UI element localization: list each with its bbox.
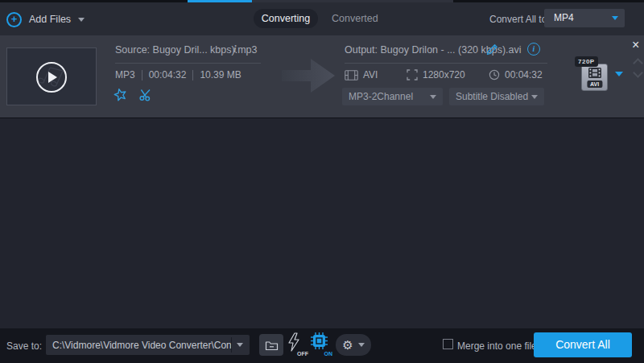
chevron-down-icon — [358, 343, 365, 347]
source-meta: MP3 00:04:32 10.39 MB — [115, 69, 242, 80]
output-duration-meta: 00:04:32 — [489, 69, 543, 80]
save-to-label: Save to: — [6, 340, 42, 352]
output-info-icon[interactable]: i — [527, 43, 540, 56]
plus-circle-icon: + — [6, 12, 22, 27]
chevron-down-icon — [531, 95, 538, 99]
output-format-value: AVI — [363, 69, 378, 80]
edit-output-name-icon[interactable] — [484, 43, 499, 56]
audio-track-select[interactable]: MP3-2Channel — [342, 88, 443, 105]
subtitle-select[interactable]: Subtitle Disabled — [449, 88, 544, 105]
source-divider — [115, 63, 261, 64]
clip-tools — [113, 88, 154, 105]
convert-all-to-label: Convert All to: — [489, 14, 550, 25]
output-profile-badge[interactable]: 720P AVI — [575, 56, 625, 93]
file-list-empty-area — [0, 118, 644, 328]
merge-checkbox[interactable] — [443, 339, 453, 349]
tab-converting[interactable]: Converting — [254, 9, 318, 28]
settings-button[interactable]: ⚙ — [336, 334, 371, 356]
output-format-select[interactable]: MP4 — [544, 9, 625, 27]
hw-accel-toggle[interactable]: OFF — [287, 332, 308, 357]
scissors-icon — [138, 88, 154, 101]
badge-format: AVI — [587, 80, 602, 88]
bottom-bar: Save to: OFF — [0, 328, 644, 363]
gear-icon: ⚙ — [342, 339, 353, 351]
remove-file-button[interactable]: × — [632, 39, 639, 52]
gpu-accel-toggle[interactable]: ON — [311, 332, 332, 357]
source-info-icon[interactable]: i — [233, 43, 237, 56]
output-divider — [345, 63, 547, 64]
chevron-down-icon — [612, 16, 618, 20]
edit-effect-button[interactable] — [113, 88, 128, 105]
play-icon[interactable] — [36, 62, 67, 93]
media-thumbnail[interactable] — [6, 47, 97, 105]
lightning-icon — [287, 332, 301, 352]
path-dropdown-icon[interactable] — [237, 343, 243, 347]
save-path-field — [46, 335, 250, 355]
file-type-icon: AVI — [581, 64, 608, 91]
output-duration-value: 00:04:32 — [505, 69, 543, 80]
scroll-up-icon[interactable] — [633, 58, 643, 68]
merge-label: Merge into one file — [457, 340, 537, 352]
film-glyph-icon — [588, 68, 601, 78]
cut-button[interactable] — [138, 88, 154, 105]
resolution-icon — [407, 69, 418, 80]
save-path-input[interactable] — [46, 335, 231, 355]
output-resolution-meta: 1280x720 — [407, 69, 465, 80]
output-format-value: MP4 — [554, 12, 574, 23]
tab-converted[interactable]: Converted — [332, 9, 378, 28]
open-folder-button[interactable] — [259, 334, 283, 356]
magic-star-icon — [113, 88, 128, 102]
gpu-on-label: ON — [324, 351, 333, 357]
convert-arrow-icon — [282, 57, 336, 94]
add-files-button[interactable]: + Add Files — [6, 9, 85, 30]
output-resolution-value: 1280x720 — [423, 69, 465, 80]
output-format-meta: AVI — [345, 69, 378, 80]
convert-all-button[interactable]: Convert All — [534, 332, 632, 357]
source-size: 10.39 MB — [200, 69, 241, 80]
badge-resolution: 720P — [575, 56, 598, 67]
chevron-down-icon — [430, 95, 436, 99]
source-format: MP3 — [115, 69, 135, 80]
source-duration: 00:04:32 — [149, 69, 187, 80]
add-files-label: Add Files — [29, 14, 71, 25]
hw-accel-off-label: OFF — [297, 351, 308, 357]
vidmore-converter-window: + Add Files Converting Converted Convert… — [0, 0, 644, 363]
chevron-down-icon — [78, 18, 85, 22]
scroll-down-icon[interactable] — [633, 68, 643, 78]
clock-icon — [489, 69, 500, 80]
chevron-down-icon[interactable] — [615, 72, 623, 76]
file-row: Source: Bugoy Dril... kbps).mp3 i MP3 00… — [0, 35, 644, 118]
folder-icon — [265, 340, 279, 351]
film-icon — [345, 70, 358, 80]
toolbar: + Add Files Converting Converted Convert… — [0, 2, 644, 35]
cpu-chip-icon — [311, 332, 328, 349]
